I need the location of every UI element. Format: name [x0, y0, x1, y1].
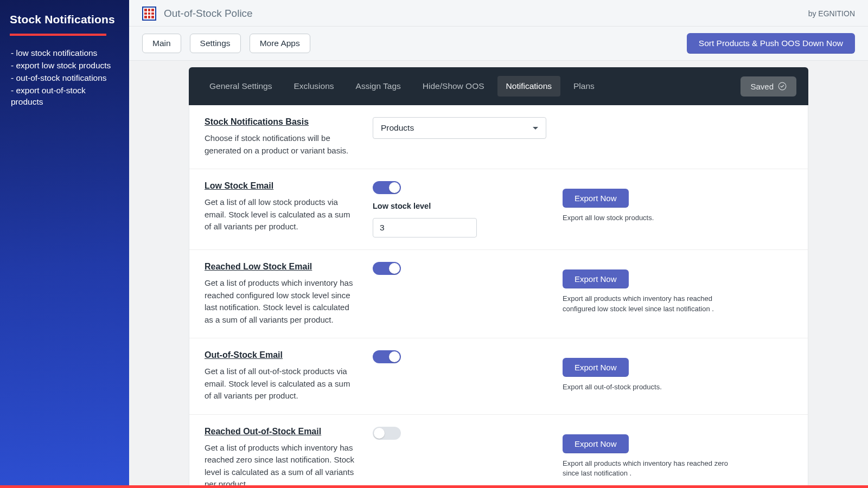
saved-label: Saved: [750, 82, 774, 91]
settings-tabs: General Settings Exclusions Assign Tags …: [189, 67, 808, 105]
sidebar-item: export low stock products: [11, 60, 119, 72]
oos-desc: Get a list of all out-of-stock products …: [205, 365, 356, 402]
export-reached-oos-button[interactable]: Export Now: [563, 434, 629, 453]
reached-low-title: Reached Low Stock Email: [205, 262, 356, 272]
more-apps-button[interactable]: More Apps: [250, 34, 310, 53]
low-stock-title: Low Stock Email: [205, 181, 356, 191]
app-title-bar: Out-of-Stock Police by EGNITION: [129, 0, 868, 27]
basis-title: Stock Notifications Basis: [205, 117, 356, 127]
low-stock-level-input[interactable]: [373, 218, 477, 237]
export-oos-desc: Export all out-of-stock products.: [563, 382, 662, 393]
oos-toggle[interactable]: [373, 350, 401, 363]
export-oos-button[interactable]: Export Now: [563, 358, 629, 377]
check-circle-icon: [778, 82, 787, 91]
app-title: Out-of-Stock Police: [164, 8, 253, 20]
sidebar-underline: [10, 34, 106, 36]
export-reached-low-button[interactable]: Export Now: [563, 269, 629, 288]
reached-oos-toggle[interactable]: [373, 427, 401, 440]
app-logo-icon: [142, 7, 156, 21]
sidebar-item: out-of-stock notifications: [11, 73, 119, 84]
tab-hide-show-oos[interactable]: Hide/Show OOS: [414, 76, 493, 97]
export-reached-oos-desc: Export all products which inventory has …: [563, 459, 742, 479]
oos-title: Out-of-Stock Email: [205, 350, 356, 360]
low-stock-desc: Get a list of all low stock products via…: [205, 196, 356, 233]
tab-assign-tags[interactable]: Assign Tags: [347, 76, 410, 97]
export-reached-low-desc: Export all products which inventory has …: [563, 294, 742, 314]
sidebar-feature-list: low stock notifications export low stock…: [10, 48, 119, 108]
sort-push-button[interactable]: Sort Products & Push OOS Down Now: [687, 33, 855, 54]
tab-notifications[interactable]: Notifications: [497, 76, 560, 97]
section-oos: Out-of-Stock Email Get a list of all out…: [189, 338, 808, 414]
section-reached-low: Reached Low Stock Email Get a list of pr…: [189, 249, 808, 338]
sidebar-item: low stock notifications: [11, 48, 119, 59]
chevron-down-icon: [533, 127, 538, 130]
footer-accent-bar: [0, 485, 868, 488]
reached-low-desc: Get a list of products which inventory h…: [205, 277, 356, 326]
notifications-card: Stock Notifications Basis Choose if stoc…: [189, 105, 808, 485]
action-bar: Main Settings More Apps Sort Products & …: [129, 27, 868, 61]
section-reached-oos: Reached Out-of-Stock Email Get a list of…: [189, 414, 808, 486]
basis-select-value: Products: [381, 123, 414, 133]
low-stock-level-label: Low stock level: [373, 202, 431, 210]
promo-sidebar: Stock Notifications low stock notificati…: [0, 0, 129, 485]
section-low-stock: Low Stock Email Get a list of all low st…: [189, 169, 808, 249]
basis-desc: Choose if stock notifications will be ge…: [205, 132, 356, 157]
basis-select[interactable]: Products: [373, 117, 546, 139]
by-prefix: by: [808, 9, 819, 18]
export-low-stock-button[interactable]: Export Now: [563, 189, 629, 208]
reached-oos-desc: Get a list of products which inventory h…: [205, 442, 356, 486]
saved-badge: Saved: [741, 76, 796, 97]
main-button[interactable]: Main: [142, 34, 181, 53]
low-stock-toggle[interactable]: [373, 181, 401, 194]
section-basis: Stock Notifications Basis Choose if stoc…: [189, 105, 808, 169]
sidebar-item: export out-of-stock products: [11, 85, 119, 108]
settings-button[interactable]: Settings: [190, 34, 241, 53]
reached-low-toggle[interactable]: [373, 262, 401, 275]
reached-oos-title: Reached Out-of-Stock Email: [205, 427, 356, 436]
export-low-stock-desc: Export all low stock products.: [563, 213, 654, 223]
tab-general-settings[interactable]: General Settings: [201, 76, 280, 97]
tab-exclusions[interactable]: Exclusions: [285, 76, 342, 97]
tab-plans[interactable]: Plans: [565, 76, 603, 97]
app-by: by EGNITION: [808, 9, 855, 18]
by-name: EGNITION: [818, 9, 855, 18]
sidebar-title: Stock Notifications: [10, 13, 119, 26]
